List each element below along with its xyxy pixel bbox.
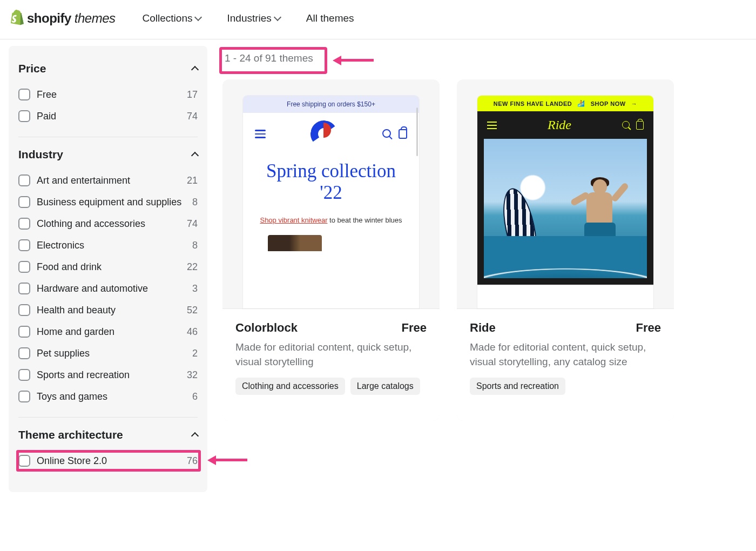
checkbox-icon[interactable]	[18, 174, 30, 186]
theme-price: Free	[636, 321, 661, 335]
filter-label: Business equipment and supplies	[37, 197, 186, 208]
chevron-down-icon	[194, 14, 202, 21]
checkbox-icon[interactable]	[18, 110, 30, 122]
filter-group-price: Price Free 17 Paid 74	[18, 51, 198, 137]
preview-hero	[477, 139, 653, 285]
results-area: 1 - 24 of 91 themes Free shipping on ord…	[222, 39, 747, 492]
filter-option-paid[interactable]: Paid 74	[18, 105, 198, 127]
primary-nav: Collections Industries All themes	[143, 12, 354, 24]
filter-option[interactable]: Toys and games6	[18, 386, 198, 407]
filter-label: Home and garden	[37, 326, 180, 338]
nav-collections[interactable]: Collections	[143, 12, 201, 24]
filter-label: Online Store 2.0	[37, 455, 180, 467]
theme-tag[interactable]: Sports and recreation	[470, 378, 565, 395]
filter-count: 17	[187, 89, 198, 100]
filter-count: 76	[187, 455, 198, 467]
search-icon	[382, 129, 391, 138]
checkbox-icon[interactable]	[18, 261, 30, 273]
preview-banner-text: NEW FINS HAVE LANDED	[494, 100, 572, 107]
theme-name: Ride	[470, 321, 496, 335]
checkbox-icon[interactable]	[18, 455, 30, 467]
filter-title: Industry	[18, 148, 63, 161]
theme-desc: Made for editorial content, quick setup,…	[235, 340, 427, 369]
checkbox-icon[interactable]	[18, 304, 30, 316]
filter-option[interactable]: Art and entertainment21	[18, 170, 198, 191]
checkbox-icon[interactable]	[18, 89, 30, 100]
filter-option[interactable]: Business equipment and supplies8	[18, 191, 198, 213]
filter-count: 22	[187, 261, 198, 273]
filter-option[interactable]: Food and drink22	[18, 256, 198, 278]
preview-announcement: Free shipping on orders $150+	[243, 96, 419, 113]
preview-banner-cta: SHOP NOW	[591, 100, 626, 107]
annotation-arrow-icon	[340, 59, 374, 62]
theme-preview: Free shipping on orders $150+ Spring col…	[243, 96, 419, 308]
surf-emoji-icon: 🏄	[577, 100, 585, 107]
filter-toggle-theme-architecture[interactable]: Theme architecture	[18, 428, 198, 441]
filter-option[interactable]: Sports and recreation32	[18, 364, 198, 386]
nav-all-themes[interactable]: All themes	[306, 12, 354, 24]
filter-option-online-store-2[interactable]: Online Store 2.0 76	[18, 450, 198, 472]
chevron-up-icon	[191, 432, 199, 440]
filter-count: 8	[192, 240, 198, 251]
theme-tag[interactable]: Clothing and accessories	[235, 378, 345, 395]
filter-count: 74	[187, 218, 198, 230]
theme-name: Colorblock	[235, 321, 298, 335]
brand-bold: shopify	[27, 11, 71, 26]
checkbox-icon[interactable]	[18, 239, 30, 251]
checkbox-icon[interactable]	[18, 283, 30, 294]
card-body: Colorblock Free Made for editorial conte…	[222, 308, 440, 421]
filter-option[interactable]: Pet supplies2	[18, 342, 198, 364]
checkbox-icon[interactable]	[18, 369, 30, 381]
checkbox-icon[interactable]	[18, 218, 30, 230]
theme-card-ride[interactable]: NEW FINS HAVE LANDED 🏄 SHOP NOW → Ride	[457, 79, 674, 421]
filter-option[interactable]: Hardware and automotive3	[18, 278, 198, 299]
scrollbar-icon	[416, 107, 418, 156]
bag-icon	[636, 121, 644, 130]
filter-option-free[interactable]: Free 17	[18, 84, 198, 105]
filter-option[interactable]: Clothing and accessories74	[18, 213, 198, 234]
filter-group-theme-architecture: Theme architecture Online Store 2.0 76	[18, 417, 198, 481]
hamburger-icon	[487, 119, 497, 131]
filter-count: 2	[192, 348, 198, 359]
filter-count: 6	[192, 391, 198, 402]
filter-toggle-price[interactable]: Price	[18, 62, 198, 75]
card-body: Ride Free Made for editorial content, qu…	[457, 308, 674, 421]
filter-label: Pet supplies	[37, 348, 186, 359]
arrow-right-icon: →	[631, 100, 638, 107]
filter-count: 32	[187, 369, 198, 381]
filter-option[interactable]: Health and beauty52	[18, 299, 198, 321]
preview-announcement: NEW FINS HAVE LANDED 🏄 SHOP NOW →	[477, 96, 653, 111]
theme-card-colorblock[interactable]: Free shipping on orders $150+ Spring col…	[222, 79, 440, 421]
filter-option[interactable]: Electronics8	[18, 234, 198, 256]
filter-count: 52	[187, 305, 198, 316]
preview-subtext: Shop vibrant knitwear to beat the winter…	[256, 216, 406, 224]
filter-count: 74	[187, 111, 198, 122]
nav-industries[interactable]: Industries	[227, 12, 280, 24]
preview-sub-rest: to beat the winter blues	[327, 216, 402, 224]
filter-toggle-industry[interactable]: Industry	[18, 148, 198, 161]
results-count: 1 - 24 of 91 themes	[222, 46, 315, 79]
nav-link-label: Collections	[143, 12, 193, 24]
preview-image-placeholder	[268, 235, 322, 251]
preview-nav: Ride	[477, 111, 653, 139]
filter-label: Electronics	[37, 240, 186, 251]
checkbox-icon[interactable]	[18, 196, 30, 208]
bag-icon	[399, 129, 407, 139]
filter-label: Paid	[37, 111, 180, 122]
theme-preview: NEW FINS HAVE LANDED 🏄 SHOP NOW → Ride	[477, 96, 653, 308]
checkbox-icon[interactable]	[18, 347, 30, 359]
filters-sidebar: Price Free 17 Paid 74 Industry Art and e…	[9, 46, 207, 492]
chevron-down-icon	[274, 14, 281, 21]
filter-group-industry: Industry Art and entertainment21Business…	[18, 137, 198, 417]
theme-tag[interactable]: Large catalogs	[350, 378, 420, 395]
filter-title: Theme architecture	[18, 428, 123, 441]
filter-label: Health and beauty	[37, 305, 180, 316]
checkbox-icon[interactable]	[18, 391, 30, 402]
filter-count: 8	[192, 197, 198, 208]
theme-desc: Made for editorial content, quick setup,…	[470, 340, 661, 369]
filter-option[interactable]: Home and garden46	[18, 321, 198, 342]
brand-logo[interactable]: shopify themes	[9, 10, 116, 27]
filter-label: Art and entertainment	[37, 175, 180, 186]
chevron-up-icon	[191, 66, 199, 73]
checkbox-icon[interactable]	[18, 326, 30, 338]
